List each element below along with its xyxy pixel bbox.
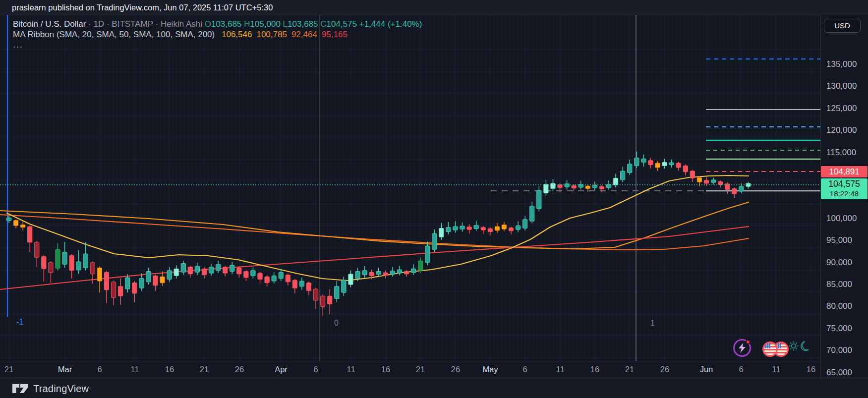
time-tick-label: 6 [313,365,318,374]
time-tick-label: 16 [165,365,174,374]
candle-body [376,272,381,275]
candle-body [397,270,402,273]
candle-body [704,180,708,183]
candle-body [655,163,660,168]
candle-body [56,249,60,268]
ohlc-C: C104,575 [320,19,359,29]
time-tick-label: 16 [807,365,815,374]
us-flag-icon-left [762,341,778,357]
candle-body [635,158,639,166]
time-tick-label: 26 [235,365,244,374]
alert-price-badge[interactable]: 104,891 [821,166,868,177]
candle-body [523,220,527,228]
tradingview-published-chart: praslearn published on TradingView.com, … [0,0,868,398]
candle-body [662,162,667,166]
time-tick-label: 11 [130,365,139,374]
candle-body [202,269,206,275]
candle-body [97,268,102,281]
candle-body [383,273,388,275]
candle-body [306,283,311,291]
candle-body [495,227,499,230]
candle-body [174,269,178,276]
candle-body [139,279,144,288]
candle-body [537,190,541,209]
price-tick-label: 80,000 [826,301,852,311]
time-tick-label: 21 [416,365,425,374]
candle-body [592,185,597,188]
candle-body [328,296,332,304]
candle-body [460,226,464,229]
bar-index-label: -1 [16,318,23,327]
lightning-event-icon[interactable] [733,339,751,357]
candle-body [648,161,653,165]
candle-body [118,286,123,296]
candle-body [467,227,471,229]
tradingview-logo-text: TradingView [33,383,89,395]
chart-plot[interactable] [0,15,820,361]
candle-body [125,278,130,289]
candle-body [21,225,25,227]
candle-body [209,267,213,273]
candle-body [425,246,430,263]
candle-body [551,183,555,189]
ma-ribbon-row[interactable]: MA Ribbon (SMA, 20, SMA, 50, SMA, 100, S… [13,29,422,40]
candle-body [251,271,255,276]
price-tick-label: 100,000 [826,214,857,224]
sun-rays [789,341,799,351]
publish-info-bar: praslearn published on TradingView.com, … [0,0,868,15]
symbol-meta: · 1D · BITSTAMP · Heikin Ashi [86,19,202,29]
candle-body [272,276,276,281]
sun-moon-events-icon[interactable] [788,340,811,354]
time-axis[interactable]: 21Mar611162126Apr611162126May611162126Ju… [0,361,820,378]
ma-ribbon-label[interactable]: MA Ribbon (SMA, 20, SMA, 50, SMA, 100, S… [13,30,215,39]
candle-body [509,228,513,231]
price-tick-label: 130,000 [826,81,857,91]
time-tick-label: 26 [660,365,669,374]
candle-body [28,227,32,242]
candle-body [230,265,234,271]
change-value: +1,444 (+1.40%) [359,19,422,29]
time-tick-label: May [482,365,498,374]
notification-dot [746,340,751,344]
price-tick-label: 65,000 [826,368,852,378]
candle-body [153,276,158,285]
time-tick-label: 11 [772,365,780,374]
candle-body [348,274,353,284]
price-tick-label: 135,000 [826,59,857,69]
time-tick-label: 6 [739,365,743,374]
candle-body [335,286,339,299]
candle-body [683,166,688,171]
candle-body [516,226,521,229]
ohlc-values: O103,685 H105,000 L103,685 C104,575 [205,19,359,29]
candle-body [599,186,604,189]
price-tick-label: 70,000 [826,345,852,355]
candle-body [544,184,548,193]
price-tick-label: 95,000 [826,235,852,245]
candle-body [488,228,492,231]
candle-body [49,263,53,273]
candle-body [572,185,576,188]
tradingview-logo[interactable]: TradingView [12,382,89,395]
candle-body [286,275,290,282]
candle-body [146,272,151,282]
candle-body [530,206,534,221]
candle-body [739,186,744,191]
candle-body [265,277,269,283]
flag-events-icon[interactable] [762,341,789,357]
candle-body [299,281,304,286]
symbol-title[interactable]: Bitcoin / U.S. Dollar [13,19,86,29]
currency-toggle-button[interactable]: USD [824,19,861,33]
price-axis[interactable]: 135,000130,000125,000120,000115,000110,0… [820,15,868,378]
ohlc-L: L103,685 [283,19,321,29]
bottom-toolbar: TradingView [0,378,868,398]
time-tick-label: 16 [590,365,599,374]
candle-body [181,264,185,273]
legend-more-ellipsis[interactable]: ... [13,40,422,50]
candle-body [279,272,283,278]
last-price-badge[interactable]: 104,575 18:22:48 [821,178,868,199]
time-tick-label: 21 [4,365,13,374]
time-tick-label: 6 [522,365,527,374]
symbol-row[interactable]: Bitcoin / U.S. Dollar · 1D · BITSTAMP · … [13,19,422,29]
candle-body [76,262,81,270]
candle-body [502,225,506,229]
